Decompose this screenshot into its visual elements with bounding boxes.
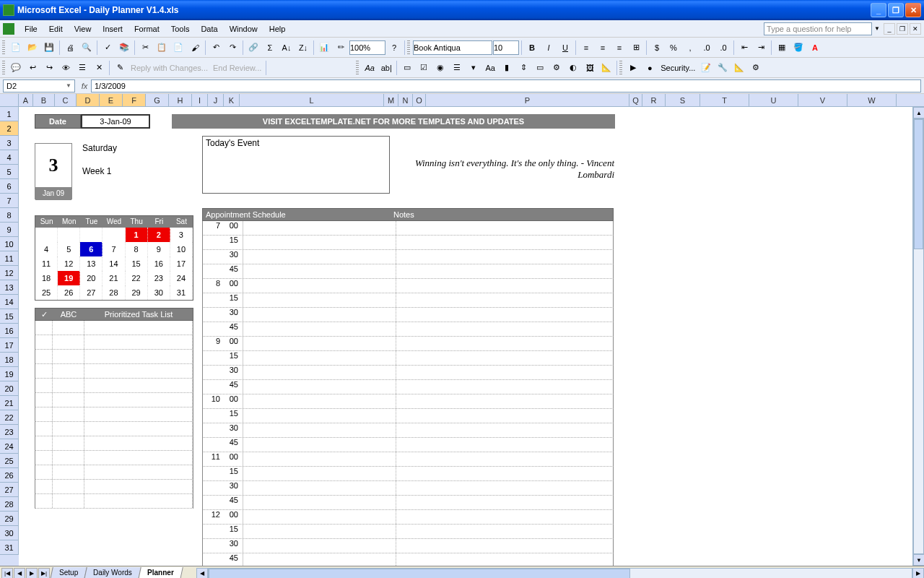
row-header[interactable]: 10 bbox=[0, 237, 19, 251]
column-header[interactable]: A bbox=[19, 94, 33, 106]
toolbar-grip[interactable] bbox=[407, 40, 410, 55]
delete-comment-icon[interactable]: ✕ bbox=[91, 60, 107, 76]
tab-prev-icon[interactable]: ◀ bbox=[14, 568, 25, 579]
schedule-slot[interactable]: 15 bbox=[202, 409, 614, 423]
text-icon[interactable]: Aa bbox=[362, 60, 378, 76]
column-header[interactable]: I bbox=[192, 94, 208, 106]
row-header[interactable]: 13 bbox=[0, 280, 19, 295]
cal-day[interactable]: 21 bbox=[103, 271, 125, 285]
column-header[interactable]: U bbox=[749, 94, 798, 106]
row-header[interactable]: 21 bbox=[0, 396, 19, 410]
cal-day[interactable]: 25 bbox=[35, 285, 58, 300]
schedule-slot[interactable]: 800 bbox=[202, 279, 614, 293]
undo-icon[interactable]: ↶ bbox=[208, 40, 224, 56]
research-icon[interactable]: 📚 bbox=[116, 40, 132, 56]
schedule-slot[interactable]: 1100 bbox=[202, 452, 614, 467]
row-header[interactable]: 19 bbox=[0, 367, 19, 381]
menu-view[interactable]: View bbox=[69, 22, 97, 35]
open-icon[interactable]: 📂 bbox=[25, 40, 40, 56]
cal-day[interactable]: 26 bbox=[58, 285, 80, 300]
cal-day[interactable] bbox=[35, 228, 58, 242]
schedule-slot[interactable]: 30 bbox=[202, 308, 614, 322]
menu-data[interactable]: Data bbox=[195, 22, 223, 35]
task-row[interactable] bbox=[35, 350, 193, 364]
row-header[interactable]: 7 bbox=[0, 194, 19, 208]
currency-icon[interactable]: $ bbox=[649, 40, 665, 56]
fill-color-icon[interactable]: 🪣 bbox=[790, 40, 806, 56]
security-button[interactable]: Security... bbox=[658, 64, 697, 72]
decrease-decimal-icon[interactable]: .0 bbox=[715, 40, 731, 56]
row-header[interactable]: 9 bbox=[0, 223, 19, 237]
row-header[interactable]: 17 bbox=[0, 338, 19, 353]
name-box[interactable]: D2 ▼ bbox=[3, 79, 75, 92]
copy-icon[interactable]: 📋 bbox=[154, 40, 170, 56]
sheet-tab-daily-words[interactable]: Daily Words bbox=[84, 567, 141, 578]
cal-day[interactable]: 4 bbox=[35, 242, 58, 256]
checkbox-icon[interactable]: ☑ bbox=[416, 60, 432, 76]
row-header[interactable]: 24 bbox=[0, 439, 19, 454]
doc-minimize-button[interactable]: _ bbox=[884, 23, 895, 35]
scroll-thumb[interactable] bbox=[209, 569, 631, 579]
end-review-button[interactable]: End Review... bbox=[211, 64, 263, 72]
cal-day[interactable]: 18 bbox=[35, 271, 58, 285]
percent-icon[interactable]: % bbox=[666, 40, 681, 56]
row-header[interactable]: 23 bbox=[0, 425, 19, 439]
schedule-slot[interactable]: 15 bbox=[202, 236, 614, 250]
close-button[interactable]: ✕ bbox=[905, 3, 921, 17]
row-header[interactable]: 4 bbox=[0, 150, 19, 165]
row-header[interactable]: 31 bbox=[0, 540, 19, 555]
sheet-tab-planner[interactable]: Planner bbox=[138, 567, 183, 578]
horizontal-scrollbar[interactable]: ◀ ▶ bbox=[196, 568, 924, 579]
scrollbar-icon[interactable]: ▮ bbox=[499, 60, 515, 76]
align-left-icon[interactable]: ≡ bbox=[578, 40, 594, 56]
schedule-slot[interactable]: 700 bbox=[202, 221, 614, 236]
prev-comment-icon[interactable]: ↩ bbox=[25, 60, 40, 76]
sort-asc-icon[interactable]: A↓ bbox=[279, 40, 295, 56]
row-header[interactable]: 26 bbox=[0, 468, 19, 483]
schedule-slot[interactable]: 45 bbox=[202, 553, 614, 566]
column-header[interactable]: P bbox=[426, 94, 629, 106]
schedule-slot[interactable]: 1200 bbox=[202, 510, 614, 525]
borders-icon[interactable]: ▦ bbox=[774, 40, 790, 56]
cal-day[interactable]: 20 bbox=[80, 271, 103, 285]
schedule-slot[interactable]: 15 bbox=[202, 525, 614, 539]
scroll-thumb[interactable] bbox=[914, 119, 923, 249]
column-header[interactable]: V bbox=[798, 94, 847, 106]
cal-day[interactable]: 13 bbox=[80, 256, 103, 271]
cal-day[interactable]: 12 bbox=[58, 256, 80, 271]
font-color-icon[interactable]: A bbox=[807, 40, 823, 56]
doc-restore-button[interactable]: ❐ bbox=[897, 23, 908, 35]
maximize-button[interactable]: ❐ bbox=[888, 3, 904, 17]
option-icon[interactable]: ◉ bbox=[432, 60, 448, 76]
minimize-button[interactable]: _ bbox=[871, 3, 886, 17]
cal-day[interactable]: 29 bbox=[126, 285, 148, 300]
task-row[interactable] bbox=[35, 379, 193, 393]
cal-day[interactable]: 5 bbox=[58, 242, 80, 256]
label-icon[interactable]: Aa bbox=[482, 60, 498, 76]
spinner-icon[interactable]: ⇕ bbox=[515, 60, 531, 76]
group-icon[interactable]: ▭ bbox=[399, 60, 415, 76]
column-header[interactable]: S bbox=[666, 94, 700, 106]
vertical-scrollbar[interactable]: ▲ ▼ bbox=[912, 107, 924, 566]
cal-day[interactable]: 2 bbox=[148, 228, 170, 242]
print-preview-icon[interactable]: 🔍 bbox=[79, 40, 95, 56]
textbox-icon[interactable]: ab| bbox=[378, 60, 394, 76]
schedule-slot[interactable]: 15 bbox=[202, 467, 614, 481]
schedule-slot[interactable]: 30 bbox=[202, 539, 614, 553]
row-header[interactable]: 27 bbox=[0, 483, 19, 497]
cal-day[interactable]: 30 bbox=[148, 285, 170, 300]
design-icon[interactable]: 📐 bbox=[598, 60, 614, 76]
new-icon[interactable]: 📄 bbox=[8, 40, 24, 56]
show-all-icon[interactable]: ☰ bbox=[74, 60, 90, 76]
column-header[interactable]: N bbox=[398, 94, 413, 106]
schedule-slot[interactable]: 15 bbox=[202, 351, 614, 366]
combo-icon[interactable]: ▾ bbox=[466, 60, 481, 76]
menu-window[interactable]: Window bbox=[224, 22, 263, 35]
cal-day[interactable]: 11 bbox=[35, 256, 58, 271]
design-mode-icon[interactable]: 📐 bbox=[731, 60, 747, 76]
task-row[interactable] bbox=[35, 480, 193, 494]
schedule-slot[interactable]: 30 bbox=[202, 423, 614, 438]
scroll-right-icon[interactable]: ▶ bbox=[912, 568, 924, 579]
toolbar-grip[interactable] bbox=[356, 61, 359, 75]
schedule-slot[interactable]: 30 bbox=[202, 250, 614, 264]
